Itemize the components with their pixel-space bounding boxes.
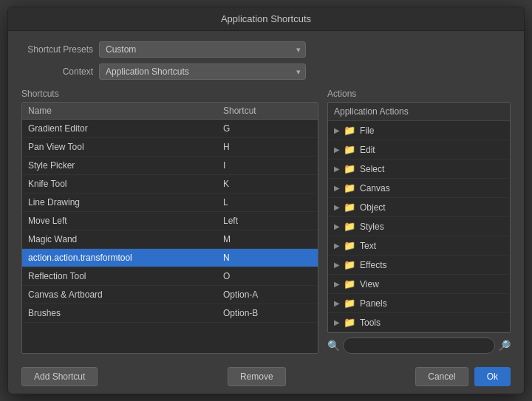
- action-item[interactable]: ▶ 📁 Panels: [328, 294, 510, 313]
- shortcuts-table: Name Shortcut Gradient Editor G Pan View…: [21, 102, 318, 354]
- zoom-icon: 🔎: [498, 340, 511, 352]
- ok-button[interactable]: Ok: [474, 367, 511, 386]
- table-row[interactable]: Pan View Tool H: [22, 138, 318, 157]
- table-row[interactable]: Magic Wand M: [22, 230, 318, 249]
- presets-row: Shortcut Presets Custom Default Photosho…: [21, 41, 511, 58]
- folder-icon: 📁: [344, 182, 355, 193]
- shortcuts-title: Shortcuts: [21, 89, 318, 99]
- row-name: Line Drawing: [28, 197, 223, 208]
- actions-list: ▶ 📁 File ▶ 📁 Edit ▶ 📁 Select ▶ 📁 Canvas …: [328, 121, 510, 332]
- presets-label: Shortcut Presets: [21, 44, 99, 55]
- folder-icon: 📁: [344, 202, 355, 213]
- context-select[interactable]: Application Shortcuts Tool Shortcuts: [99, 64, 306, 80]
- expand-icon: ▶: [334, 184, 340, 192]
- folder-icon: 📁: [344, 144, 355, 155]
- action-label: Effects: [360, 260, 386, 270]
- bottom-row: Add Shortcut Remove Cancel Ok: [21, 361, 511, 386]
- row-name: Magic Wand: [28, 234, 223, 244]
- expand-icon: ▶: [334, 203, 340, 211]
- row-shortcut: G: [223, 123, 312, 134]
- table-row[interactable]: action.action.transformtool N: [22, 249, 318, 267]
- row-name: action.action.transformtool: [28, 253, 223, 263]
- dialog-title: Application Shortcuts: [221, 13, 311, 24]
- actions-title: Actions: [327, 89, 511, 99]
- center-actions: Remove: [228, 367, 286, 386]
- expand-icon: ▶: [334, 318, 340, 326]
- cancel-button[interactable]: Cancel: [415, 367, 468, 386]
- shortcuts-panel: Shortcuts Name Shortcut Gradient Editor …: [21, 89, 318, 354]
- action-item[interactable]: ▶ 📁 Canvas: [328, 179, 510, 198]
- expand-icon: ▶: [334, 299, 340, 307]
- action-label: Canvas: [360, 183, 390, 193]
- action-label: Panels: [360, 298, 387, 309]
- action-item[interactable]: ▶ 📁 Text: [328, 236, 510, 256]
- row-name: Gradient Editor: [28, 123, 223, 134]
- search-row: 🔍 🔎: [327, 337, 511, 354]
- left-actions: Add Shortcut: [21, 367, 98, 386]
- folder-icon: 📁: [344, 259, 355, 270]
- table-row[interactable]: Style Picker I: [22, 157, 318, 175]
- folder-icon: 📁: [344, 125, 355, 136]
- action-item[interactable]: ▶ 📁 Object: [328, 198, 510, 217]
- actions-header: Application Actions: [328, 103, 510, 121]
- folder-icon: 📁: [344, 278, 355, 289]
- action-item[interactable]: ▶ 📁 View: [328, 275, 510, 294]
- expand-icon: ▶: [334, 280, 340, 288]
- action-label: Select: [360, 164, 384, 174]
- row-name: Brushes: [28, 308, 223, 318]
- row-shortcut: N: [223, 253, 312, 263]
- table-body[interactable]: Gradient Editor G Pan View Tool H Style …: [22, 120, 318, 353]
- expand-icon: ▶: [334, 126, 340, 134]
- table-row[interactable]: Canvas & Artboard Option-A: [22, 286, 318, 304]
- folder-icon: 📁: [344, 240, 355, 251]
- action-item[interactable]: ▶ 📁 Effects: [328, 256, 510, 275]
- row-name: Move Left: [28, 216, 223, 226]
- presets-select-wrapper: Custom Default Photoshop Illustrator: [99, 41, 306, 58]
- action-item[interactable]: ▶ 📁 Edit: [328, 140, 510, 160]
- expand-icon: ▶: [334, 165, 340, 173]
- action-item[interactable]: ▶ 📁 Styles: [328, 217, 510, 236]
- table-row[interactable]: Brushes Option-B: [22, 304, 318, 323]
- main-content: Shortcuts Name Shortcut Gradient Editor …: [21, 89, 511, 354]
- actions-panel: Actions Application Actions ▶ 📁 File ▶ 📁…: [327, 89, 511, 354]
- context-label: Context: [21, 66, 99, 77]
- action-label: Tools: [360, 318, 381, 328]
- folder-icon: 📁: [344, 163, 355, 174]
- row-name: Style Picker: [28, 160, 223, 171]
- action-label: Styles: [360, 222, 384, 232]
- row-shortcut: I: [223, 160, 312, 171]
- application-shortcuts-dialog: Application Shortcuts Shortcut Presets C…: [7, 7, 525, 394]
- row-shortcut: Option-B: [223, 308, 312, 318]
- add-shortcut-button[interactable]: Add Shortcut: [21, 367, 98, 386]
- row-name: Pan View Tool: [28, 142, 223, 152]
- row-shortcut: K: [223, 179, 312, 189]
- presets-select[interactable]: Custom Default Photoshop Illustrator: [99, 41, 306, 58]
- dialog-body: Shortcut Presets Custom Default Photosho…: [8, 31, 524, 394]
- dialog-title-bar: Application Shortcuts: [8, 7, 524, 31]
- row-name: Knife Tool: [28, 179, 223, 189]
- expand-icon: ▶: [334, 145, 340, 154]
- search-icon: 🔍: [327, 340, 340, 352]
- action-label: File: [360, 126, 374, 136]
- table-row[interactable]: Line Drawing L: [22, 193, 318, 212]
- table-row[interactable]: Reflection Tool O: [22, 267, 318, 286]
- row-shortcut: O: [223, 271, 312, 281]
- search-input[interactable]: [343, 337, 495, 354]
- table-row[interactable]: Gradient Editor G: [22, 120, 318, 138]
- folder-icon: 📁: [344, 317, 355, 328]
- table-row[interactable]: Move Left Left: [22, 212, 318, 230]
- context-row: Context Application Shortcuts Tool Short…: [21, 64, 511, 80]
- action-item[interactable]: ▶ 📁 Select: [328, 160, 510, 179]
- row-shortcut: H: [223, 142, 312, 152]
- table-row[interactable]: Knife Tool K: [22, 175, 318, 193]
- row-shortcut: Option-A: [223, 289, 312, 300]
- folder-icon: 📁: [344, 298, 355, 309]
- row-shortcut: L: [223, 197, 312, 208]
- right-actions: Cancel Ok: [415, 367, 511, 386]
- folder-icon: 📁: [344, 221, 355, 232]
- expand-icon: ▶: [334, 241, 340, 250]
- action-item[interactable]: ▶ 📁 Tools: [328, 313, 510, 332]
- action-label: Edit: [360, 145, 375, 155]
- action-item[interactable]: ▶ 📁 File: [328, 121, 510, 140]
- remove-button[interactable]: Remove: [228, 367, 286, 386]
